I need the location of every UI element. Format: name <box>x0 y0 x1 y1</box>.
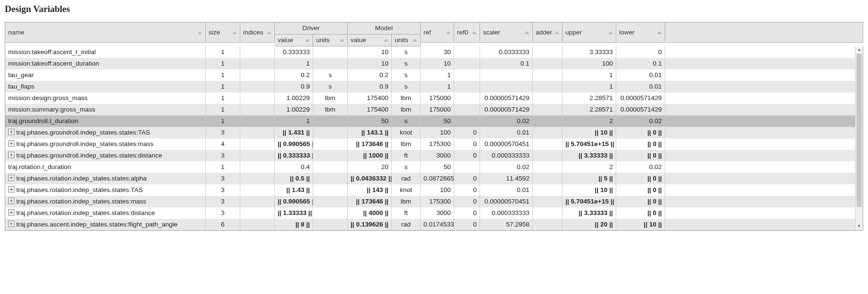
cell-name: tau_flaps <box>5 81 206 92</box>
cell-model-units: lbm <box>392 138 421 150</box>
cell-size: 1 <box>206 58 240 69</box>
cell-adder <box>533 196 563 207</box>
table-row[interactable]: tau_flaps10.9s0.9s110.01 <box>5 81 863 92</box>
cell-model-value: 0.2 <box>348 69 392 81</box>
cell-filler <box>665 196 863 207</box>
cell-indices <box>240 161 275 173</box>
col-driver-label: Driver <box>303 24 320 32</box>
scroll-thumb[interactable] <box>856 54 862 207</box>
cell-filler <box>665 69 863 81</box>
col-driver-value[interactable]: value <box>275 34 313 46</box>
col-lower[interactable]: lower <box>616 23 665 43</box>
cell-model-units: lbm <box>392 196 421 207</box>
col-size[interactable]: size <box>206 23 240 43</box>
cell-size: 1 <box>206 161 240 173</box>
cell-model-value: 175400 <box>348 92 392 104</box>
cell-upper: || 5 || <box>563 173 616 184</box>
col-name-label: name <box>8 29 24 36</box>
col-model-units[interactable]: units <box>392 34 421 46</box>
col-ref[interactable]: ref <box>421 23 454 43</box>
table-row[interactable]: traj.phases.rotation.indep_states.states… <box>5 173 863 184</box>
cell-ref0 <box>454 161 480 173</box>
table-row[interactable]: traj.phases.groundroll.indep_states.stat… <box>5 138 863 150</box>
cell-model-value: 50 <box>348 115 392 127</box>
col-upper[interactable]: upper <box>563 23 616 43</box>
cell-name: traj.phases.ascent.indep_states.states:f… <box>5 219 206 230</box>
col-driver-units[interactable]: units <box>313 34 348 46</box>
cell-driver-value: 1 <box>275 58 313 69</box>
cell-driver-units: lbm <box>313 104 348 115</box>
table-row[interactable]: traj.phases.groundroll.indep_states.stat… <box>5 150 863 161</box>
expand-icon[interactable] <box>8 140 14 147</box>
cell-driver-value: 1.00229 <box>275 92 313 104</box>
cell-name: mission:takeoff:ascent_t_initial <box>5 46 206 58</box>
table-row[interactable]: mission:takeoff:ascent_t_initial10.33333… <box>5 46 863 58</box>
cell-size: 3 <box>206 150 240 161</box>
table-row[interactable]: traj.groundroll.t_duration1150s500.0220.… <box>5 115 863 127</box>
cell-size: 1 <box>206 69 240 81</box>
cell-size: 3 <box>206 184 240 196</box>
col-scaler[interactable]: scaler <box>480 23 533 43</box>
col-indices[interactable]: indices <box>240 23 275 43</box>
col-group-driver: Driver <box>275 23 348 34</box>
cell-name: mission:design:gross_mass <box>5 92 206 104</box>
col-ref0[interactable]: ref0 <box>454 23 480 43</box>
cell-filler <box>665 184 863 196</box>
expand-icon[interactable] <box>8 175 14 181</box>
cell-model-value: || 4000 || <box>348 207 392 219</box>
cell-scaler: 0.000333333 <box>480 150 533 161</box>
col-model-value[interactable]: value <box>348 34 392 46</box>
cell-driver-value: 0.4 <box>275 161 313 173</box>
table-row[interactable]: traj.phases.rotation.indep_states.states… <box>5 184 863 196</box>
col-value-label: value <box>351 36 366 44</box>
cell-filler <box>665 150 863 161</box>
table-row[interactable]: mission:summary:gross_mass11.00229lbm175… <box>5 104 863 115</box>
table-row[interactable]: traj.phases.rotation.indep_states.states… <box>5 207 863 219</box>
cell-ref0 <box>454 81 480 92</box>
cell-size: 1 <box>206 115 240 127</box>
cell-indices <box>240 196 275 207</box>
expand-icon[interactable] <box>8 221 14 227</box>
table-row[interactable]: traj.phases.ascent.indep_states.states:f… <box>5 219 863 230</box>
expand-icon[interactable] <box>8 152 14 158</box>
cell-driver-units <box>313 173 348 184</box>
cell-ref: 1 <box>421 81 454 92</box>
cell-indices <box>240 115 275 127</box>
cell-model-value: || 173646 || <box>348 196 392 207</box>
scrollbar[interactable]: ▴ ▾ <box>855 46 863 230</box>
cell-driver-units: s <box>313 81 348 92</box>
cell-driver-value: 1 <box>275 115 313 127</box>
expand-icon[interactable] <box>8 198 14 204</box>
sort-icon <box>232 23 237 43</box>
scroll-up-icon[interactable]: ▴ <box>856 46 863 54</box>
cell-lower: 0.0000571429 <box>616 92 665 104</box>
cell-driver-units <box>313 115 348 127</box>
table-row[interactable]: tau_gear10.2s0.2s110.01 <box>5 69 863 81</box>
cell-ref0: 0 <box>454 219 480 230</box>
cell-lower: || 0 || <box>616 196 665 207</box>
expand-icon[interactable] <box>8 129 14 135</box>
cell-model-value: || 0.0436332 || <box>348 173 392 184</box>
table-row[interactable]: mission:design:gross_mass11.00229lbm1754… <box>5 92 863 104</box>
cell-driver-value: || 0.990565 || <box>275 196 313 207</box>
cell-ref0 <box>454 115 480 127</box>
expand-icon[interactable] <box>8 186 14 192</box>
col-adder[interactable]: adder <box>533 23 563 43</box>
scroll-down-icon[interactable]: ▾ <box>856 223 863 230</box>
cell-filler <box>665 104 863 115</box>
cell-driver-units <box>313 219 348 230</box>
expand-icon[interactable] <box>8 209 14 215</box>
table-row[interactable]: mission:takeoff:ascent_duration1110s100.… <box>5 58 863 69</box>
cell-lower: || 0 || <box>616 207 665 219</box>
cell-driver-units <box>313 184 348 196</box>
cell-indices <box>240 81 275 92</box>
table-row[interactable]: traj.rotation.t_duration10.420s500.0220.… <box>5 161 863 173</box>
cell-size: 1 <box>206 92 240 104</box>
table-row[interactable]: traj.phases.groundroll.indep_states.stat… <box>5 127 863 138</box>
col-upper-label: upper <box>565 29 582 36</box>
col-name[interactable]: name <box>5 23 206 43</box>
cell-ref: 100 <box>421 127 454 138</box>
table-row[interactable]: traj.phases.rotation.indep_states.states… <box>5 196 863 207</box>
cell-size: 3 <box>206 196 240 207</box>
cell-driver-value: || 1.43 || <box>275 184 313 196</box>
